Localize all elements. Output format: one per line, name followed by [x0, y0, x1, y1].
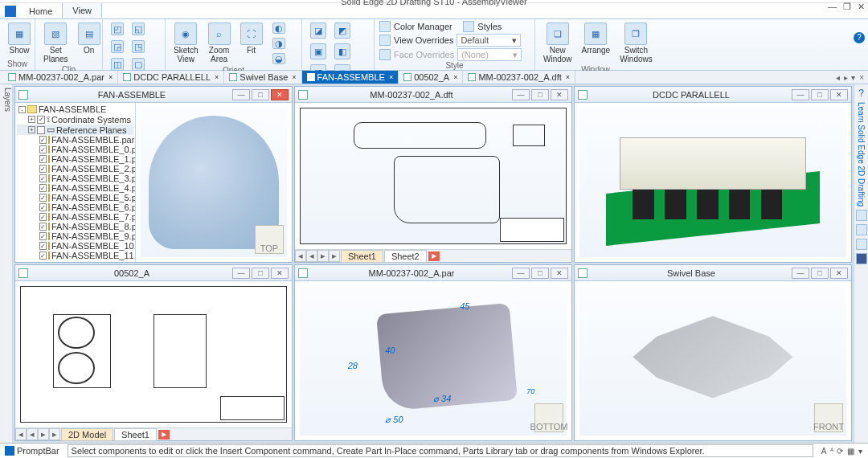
- win-max[interactable]: □: [811, 268, 829, 279]
- viewport-dcdc[interactable]: [575, 103, 851, 262]
- win-min[interactable]: —: [512, 268, 530, 279]
- win-close[interactable]: ✕: [271, 268, 289, 279]
- title-bar: Solid Edge 2D Drafting ST10 - AssemblyVi…: [0, 0, 868, 3]
- view-btn-3[interactable]: ◲: [108, 39, 127, 55]
- mdi-area: FAN-ASSEMBLE—□✕ -FAN-ASSEMBLE +✓⟟Coordin…: [13, 84, 854, 443]
- view-btn-1[interactable]: ◰: [108, 21, 127, 37]
- facebook-icon[interactable]: [856, 253, 867, 264]
- doctab-1[interactable]: DCDC PARALLELL×: [118, 71, 224, 84]
- prompt-icon: [5, 446, 14, 456]
- window-00502: 00502_A—□✕ ◂◂▸▸2D ModelSheet1▶: [14, 264, 293, 441]
- view-btn-6[interactable]: ▢: [129, 56, 148, 72]
- help-icon[interactable]: ?: [858, 88, 864, 99]
- face-overrides-select: (None)▾: [457, 48, 522, 61]
- orient-btn-1[interactable]: ◐: [269, 21, 289, 35]
- render-btn-1[interactable]: ◪: [307, 21, 330, 40]
- rbar-icon-1[interactable]: [856, 210, 867, 221]
- win-close[interactable]: ✕: [830, 268, 848, 279]
- new-window-button[interactable]: ❏New Window: [540, 21, 575, 65]
- win-min[interactable]: —: [512, 89, 530, 100]
- orient-btn-2[interactable]: ◑: [269, 36, 289, 51]
- win-close[interactable]: ✕: [551, 89, 568, 100]
- color-manager-icon: [379, 21, 391, 32]
- prompt-bar: PromptBar Select components to edit or c…: [0, 443, 868, 458]
- app-menu-button[interactable]: [5, 6, 16, 17]
- window-swivel: Swivel Base—□✕ FRONT: [574, 264, 852, 441]
- styles-button[interactable]: Styles: [477, 22, 502, 31]
- sheet-2[interactable]: Sheet2: [384, 250, 427, 263]
- view-btn-5[interactable]: ◫: [108, 56, 127, 72]
- doctab-3[interactable]: FAN-ASSEMBLE×: [302, 71, 399, 84]
- doctab-2[interactable]: Swivel Base×: [224, 71, 301, 84]
- viewport-00502[interactable]: [15, 281, 292, 427]
- tab-view[interactable]: View: [62, 2, 102, 18]
- color-manager-button[interactable]: Color Manager: [394, 22, 452, 31]
- app-title: Solid Edge 2D Drafting ST10 - AssemblyVi…: [341, 0, 527, 6]
- doctab-overflow[interactable]: ◂ ▸ ▾ ×: [836, 73, 865, 82]
- win-max[interactable]: □: [811, 89, 829, 100]
- view-cube[interactable]: FRONT: [814, 403, 843, 432]
- win-min[interactable]: —: [792, 89, 809, 100]
- left-panel-layers[interactable]: Layers: [0, 84, 13, 443]
- rbar-icon-3[interactable]: [856, 239, 867, 250]
- rbar-icon-2[interactable]: [856, 224, 867, 235]
- sketch-view-button[interactable]: ◉Sketch View: [170, 21, 202, 65]
- viewport-fan[interactable]: TOP: [136, 103, 292, 262]
- restore-button[interactable]: ❐: [843, 2, 851, 12]
- render-btn-3[interactable]: ▣: [307, 42, 330, 61]
- win-max[interactable]: □: [531, 268, 549, 279]
- fit-button[interactable]: ⛶Fit: [237, 21, 266, 56]
- minimize-button[interactable]: —: [828, 2, 837, 12]
- win-min[interactable]: —: [232, 268, 250, 279]
- view-cube[interactable]: TOP: [255, 225, 284, 254]
- right-panel: ? Learn Solid Edge 2D Drafting: [854, 84, 868, 443]
- close-button[interactable]: ✕: [858, 2, 865, 12]
- face-overrides-icon: [379, 49, 391, 60]
- status-tools[interactable]: A ᴬ ⟳ ▦ ▾: [817, 447, 868, 456]
- arrange-button[interactable]: ▦Arrange: [579, 21, 614, 56]
- win-max[interactable]: □: [531, 89, 549, 100]
- set-planes-button[interactable]: ▧Set Planes: [40, 21, 72, 65]
- view-btn-2[interactable]: ◱: [129, 21, 148, 37]
- view-btn-4[interactable]: ◳: [129, 39, 148, 55]
- styles-icon: [463, 21, 474, 32]
- sheet-1b[interactable]: Sheet1: [114, 428, 157, 441]
- render-btn-2[interactable]: ◩: [331, 21, 354, 40]
- window-dcdc: DCDC PARALLELL—□✕: [574, 86, 852, 263]
- render-btn-4[interactable]: ◧: [331, 42, 354, 61]
- window-sys-buttons: — ❐ ✕: [828, 2, 865, 12]
- orient-btn-3[interactable]: ◒: [269, 51, 289, 66]
- win-close[interactable]: ✕: [830, 89, 848, 100]
- switch-windows-button[interactable]: ❐Switch Windows: [616, 21, 656, 65]
- ribbon: ▦Show Show ▧Set Planes ▤On Clip ◰ ◱ ◲ ◳ …: [0, 19, 868, 71]
- win-close[interactable]: ✕: [551, 268, 568, 279]
- window-par: MM-00237-002_A.par—□✕ 40 45 28 ⌀ 34 ⌀ 50…: [294, 264, 572, 441]
- doctab-0[interactable]: MM-00237-002_A.par×: [3, 71, 118, 84]
- win-close[interactable]: ✕: [271, 89, 289, 100]
- doctab-4[interactable]: 00502_A×: [399, 71, 463, 84]
- win-min[interactable]: —: [232, 89, 250, 100]
- doctab-5[interactable]: MM-00237-002_A.dft×: [463, 71, 575, 84]
- model-tree[interactable]: -FAN-ASSEMBLE +✓⟟Coordinate Systems +▭Re…: [15, 103, 136, 262]
- tab-home[interactable]: Home: [19, 4, 62, 18]
- win-max[interactable]: □: [252, 89, 269, 100]
- view-overrides-icon: [379, 35, 391, 46]
- viewport-swivel[interactable]: FRONT: [575, 281, 851, 440]
- window-fan-assemble: FAN-ASSEMBLE—□✕ -FAN-ASSEMBLE +✓⟟Coordin…: [14, 86, 293, 263]
- view-cube[interactable]: BOTTOM: [534, 403, 563, 432]
- help-button[interactable]: ?: [854, 32, 865, 43]
- zoom-area-button[interactable]: ⌕Zoom Area: [205, 21, 234, 65]
- clip-on-button[interactable]: ▤On: [75, 21, 104, 56]
- sheet-2d-model[interactable]: 2D Model: [61, 428, 113, 441]
- window-dft: MM-00237-002_A.dft—□✕ ◂◂▸▸Sheet1Sheet2▶: [294, 86, 572, 263]
- viewport-dft[interactable]: [295, 103, 571, 249]
- show-button[interactable]: ▦Show: [5, 21, 34, 56]
- view-overrides-select[interactable]: Default▾: [457, 34, 521, 47]
- sheet-play[interactable]: ▶: [428, 251, 440, 261]
- doc-icon: [18, 90, 28, 100]
- win-max[interactable]: □: [252, 268, 269, 279]
- sheet-1[interactable]: Sheet1: [341, 250, 383, 263]
- viewport-par[interactable]: 40 45 28 ⌀ 34 ⌀ 50 70 BOTTOM: [295, 281, 571, 440]
- win-min[interactable]: —: [792, 268, 809, 279]
- learn-panel-label[interactable]: Learn Solid Edge 2D Drafting: [857, 102, 866, 207]
